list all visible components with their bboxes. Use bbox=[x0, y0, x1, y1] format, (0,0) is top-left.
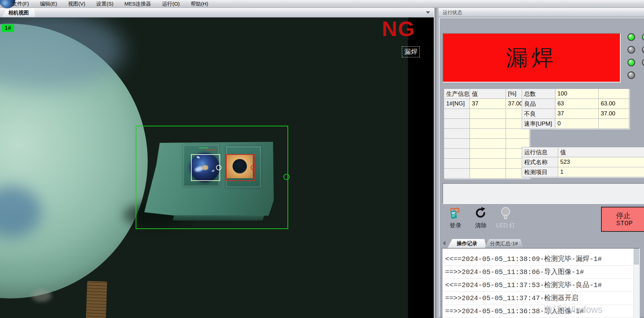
menu-run[interactable]: 运行(O) bbox=[161, 0, 181, 8]
stats-table: 总数100良品6363.00不良3737.00速率[UPM]0 bbox=[522, 89, 629, 129]
menu-help[interactable]: 帮助(H) bbox=[190, 0, 209, 8]
led-label: LED 灯 bbox=[495, 222, 517, 229]
cell bbox=[444, 149, 470, 159]
log-vertical-scrollbar[interactable] bbox=[633, 249, 639, 318]
production-table: 生产信息值[%]1#[NG]3737.00 bbox=[444, 89, 530, 179]
message-box bbox=[442, 183, 644, 204]
cell bbox=[444, 109, 470, 119]
camera-tabstrip: 相机视图 bbox=[0, 8, 434, 18]
cell bbox=[444, 119, 470, 129]
indicator-lights-right bbox=[642, 33, 644, 66]
login-label: 登录 bbox=[444, 222, 466, 229]
cell bbox=[470, 139, 506, 149]
cell bbox=[470, 129, 506, 139]
menubar: 文件(F) 编辑(E) 视图(V) 设置(S) MES连接器 运行(O) 帮助(… bbox=[0, 0, 644, 8]
debris bbox=[32, 289, 52, 302]
cell: 检测项目 bbox=[522, 167, 558, 177]
cell: 0 bbox=[555, 119, 599, 129]
cell: 速率[UPM] bbox=[522, 119, 555, 129]
bulb-icon bbox=[499, 206, 512, 220]
cell: 1 bbox=[558, 167, 644, 177]
header-cell: 值 bbox=[470, 89, 506, 99]
indicator-light-off bbox=[642, 46, 644, 54]
aoi-inspection-app: { "menu": { "items": ["文件(F)", "编辑(E)", … bbox=[0, 0, 644, 318]
indicator-lights-left bbox=[628, 33, 635, 79]
cell bbox=[470, 109, 506, 119]
log-list: <<==2024-05-05_11:38:09-检测完毕-漏焊-1#==>>20… bbox=[442, 253, 633, 318]
indicator-light-off bbox=[628, 71, 635, 79]
cell bbox=[444, 139, 470, 149]
menu-file[interactable]: 文件(F) bbox=[11, 0, 30, 8]
run-info-table: 运行信息值程式名称523检测项目1 bbox=[522, 147, 644, 177]
led-light-button[interactable]: LED 灯 bbox=[495, 206, 517, 229]
cell bbox=[444, 129, 470, 139]
log-entry: <<==2024-05-05_11:38:09-检测完毕-漏焊-1# bbox=[442, 253, 633, 266]
cell bbox=[470, 119, 506, 129]
cell: 63.00 bbox=[599, 99, 629, 109]
cell: 不良 bbox=[522, 109, 555, 119]
detect-notch-pass bbox=[216, 165, 222, 170]
cell bbox=[599, 89, 629, 99]
indicator-light-on bbox=[628, 33, 635, 41]
cell bbox=[470, 159, 506, 169]
scrollbar-thumb[interactable] bbox=[634, 249, 639, 264]
roi-notch bbox=[283, 174, 290, 180]
cell: 37 bbox=[555, 109, 599, 119]
cell bbox=[470, 169, 506, 179]
indicator-light-on bbox=[628, 59, 635, 66]
indicator-light-off bbox=[628, 46, 635, 54]
clear-button[interactable]: 清除 bbox=[470, 206, 492, 229]
tab-camera-view[interactable]: 相机视图 bbox=[2, 8, 35, 17]
log-entry: <<==2024-05-05_11:37:53-检测完毕-良品-1# bbox=[442, 279, 633, 292]
menu-view[interactable]: 视图(V) bbox=[67, 0, 86, 8]
cell bbox=[599, 119, 629, 129]
cell bbox=[470, 149, 506, 159]
panel-divider[interactable] bbox=[434, 8, 439, 318]
header-cell: 值 bbox=[558, 147, 644, 157]
cell: 良品 bbox=[522, 99, 555, 109]
cell: 程式名称 bbox=[522, 157, 558, 167]
clear-label: 清除 bbox=[470, 222, 492, 229]
cell: 523 bbox=[558, 157, 644, 167]
status-panel-body: 漏焊 生产信息值[%]1#[NG]3737.00 总数100良品6363.00不… bbox=[439, 18, 644, 318]
defect-banner: 漏焊 bbox=[442, 33, 621, 82]
camera-id-badge: 1# bbox=[2, 24, 14, 32]
status-panel: 运行状态 漏焊 生产信息值[%]1#[NG]3737.00 总数100良品636… bbox=[439, 8, 644, 318]
stop-button[interactable]: 停止 STOP bbox=[601, 207, 644, 232]
stop-label-en: STOP bbox=[616, 220, 633, 227]
menu-settings[interactable]: 设置(S) bbox=[95, 0, 114, 8]
menu-mes-connector[interactable]: MES连接器 bbox=[123, 0, 152, 8]
camera-view: 1# NG 漏焊 bbox=[0, 17, 434, 318]
tray-edge bbox=[86, 281, 107, 318]
cell: 37.00 bbox=[599, 109, 629, 119]
log-entry: ==>>2024-05-05_11:37:47-检测器开启 bbox=[442, 292, 633, 305]
refresh-icon bbox=[474, 206, 487, 220]
header-cell: 运行信息 bbox=[522, 147, 558, 157]
tab-classification-summary[interactable]: 分类汇总-1# bbox=[485, 239, 523, 248]
menu-items: 文件(F) 编辑(E) 视图(V) 设置(S) MES连接器 运行(O) 帮助(… bbox=[11, 0, 209, 8]
status-panel-title: 运行状态 bbox=[439, 8, 644, 17]
cell bbox=[444, 159, 470, 169]
id-badge-icon bbox=[449, 206, 462, 220]
camera-black-strip bbox=[408, 18, 434, 318]
login-button[interactable]: 登录 bbox=[444, 206, 466, 229]
cell bbox=[444, 169, 470, 179]
detect-notch-fail bbox=[251, 165, 256, 170]
cell bbox=[506, 129, 530, 139]
stop-label-cn: 停止 bbox=[616, 211, 631, 220]
operation-log-box: <<==2024-05-05_11:38:09-检测完毕-漏焊-1#==>>20… bbox=[442, 248, 640, 318]
result-ng-text: NG bbox=[382, 18, 415, 39]
cell: 100 bbox=[555, 89, 599, 99]
indicator-light-on bbox=[642, 33, 644, 41]
tab-operation-log[interactable]: 操作记录 bbox=[448, 239, 486, 248]
cell: 63 bbox=[555, 99, 599, 109]
defect-tag: 漏焊 bbox=[402, 46, 420, 57]
tab-scroll-left-icon[interactable] bbox=[443, 241, 445, 246]
log-entry: ==>>2024-05-05_11:38:06-导入图像-1# bbox=[442, 266, 633, 279]
menu-edit[interactable]: 编辑(E) bbox=[39, 0, 58, 8]
chevron-down-icon[interactable] bbox=[426, 11, 430, 14]
header-cell: 生产信息 bbox=[444, 89, 470, 99]
cell: 总数 bbox=[522, 89, 555, 99]
indicator-light-off bbox=[642, 59, 644, 66]
cell: 37 bbox=[470, 99, 506, 109]
